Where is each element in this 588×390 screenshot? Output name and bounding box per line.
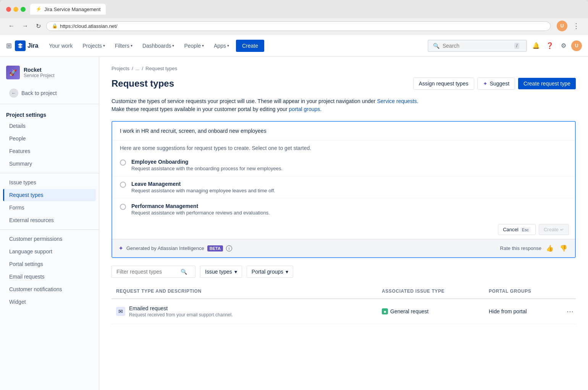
nav-filters[interactable]: Filters ▾ (110, 40, 137, 52)
general-request-icon: ■ (382, 308, 388, 314)
sidebar-item-external-resources[interactable]: External resources (3, 214, 96, 226)
row-actions-cell: ⋯ (561, 304, 576, 319)
suggestion-radio-1[interactable] (120, 182, 126, 188)
maximize-dot[interactable] (21, 7, 26, 12)
request-type-cell: ✉ Emailed request Request received from … (111, 304, 377, 319)
nav-projects[interactable]: Projects ▾ (78, 40, 110, 52)
suggestion-desc-0: Request assistance with the onboarding p… (131, 166, 283, 171)
nav-items: Your work Projects ▾ Filters ▾ Dashboard… (44, 40, 428, 52)
suggest-button[interactable]: ✦ Suggest (477, 77, 515, 90)
breadcrumb-ellipsis: ... (136, 66, 140, 71)
create-request-type-button[interactable]: Create request type (518, 78, 576, 89)
project-info: 🚀 Rocket Service Project (0, 63, 99, 85)
nav-search: 🔍 / 🔔 ❓ ⚙ U (428, 40, 582, 52)
help-button[interactable]: ❓ (544, 40, 556, 52)
user-avatar-browser[interactable]: U (557, 21, 567, 31)
projects-chevron: ▾ (103, 44, 105, 48)
ai-create-button[interactable]: Create ↵ (539, 224, 569, 235)
ai-cancel-button[interactable]: Cancel Esc (498, 224, 536, 235)
sidebar-item-widget[interactable]: Widget (3, 296, 96, 308)
beta-badge: BETA (207, 245, 223, 251)
notifications-button[interactable]: 🔔 (530, 40, 542, 52)
suggestion-item-0[interactable]: Employee Onboarding Request assistance w… (112, 154, 575, 176)
sidebar-item-summary[interactable]: Summary (3, 158, 96, 170)
thumbs-up-button[interactable]: 👍 (544, 243, 555, 253)
sidebar-divider-1 (0, 104, 99, 104)
breadcrumb-sep-2: / (142, 66, 143, 71)
browser-tab[interactable]: ⚡ Jira Service Management (30, 4, 106, 15)
ai-suggestions-label: Here are some suggestions for request ty… (112, 140, 575, 154)
search-input[interactable] (443, 43, 511, 49)
issue-type-badge: ■ General request (382, 308, 480, 314)
table-header: Request type and description Associated … (111, 284, 576, 299)
filter-request-types-input[interactable] (116, 269, 178, 275)
breadcrumb-projects[interactable]: Projects (111, 66, 129, 71)
row-more-button[interactable]: ⋯ (565, 306, 575, 317)
settings-button[interactable]: ⚙ (557, 40, 570, 52)
forward-button[interactable]: → (20, 22, 31, 30)
assign-request-types-button[interactable]: Assign request types (413, 77, 474, 90)
back-button[interactable]: ← (6, 22, 17, 30)
back-to-project-button[interactable]: ← Back to project (3, 85, 96, 101)
jira-logo-text: Jira (27, 42, 38, 49)
service-requests-link[interactable]: Service requests. (377, 98, 418, 104)
jira-logo[interactable]: Jira (15, 40, 38, 51)
search-box[interactable]: 🔍 / (428, 40, 527, 52)
jira-logo-icon (15, 40, 26, 51)
nav-apps[interactable]: Apps ▾ (209, 40, 234, 52)
col-request-type: Request type and description (111, 287, 377, 295)
nav-your-work[interactable]: Your work (44, 40, 77, 52)
refresh-button[interactable]: ↻ (34, 22, 43, 31)
suggestion-radio-0[interactable] (120, 160, 126, 166)
sidebar-item-email-requests[interactable]: Email requests (3, 271, 96, 283)
header-actions: Assign request types ✦ Suggest Create re… (413, 77, 576, 90)
request-type-name[interactable]: Emailed request (129, 305, 233, 311)
grid-icon[interactable]: ⊞ (6, 42, 12, 50)
suggestion-item-1[interactable]: Leave Management Request assistance with… (112, 176, 575, 198)
sidebar-item-customer-notifications[interactable]: Customer notifications (3, 283, 96, 295)
sidebar-item-language-support[interactable]: Language support (3, 245, 96, 258)
people-chevron: ▾ (202, 44, 204, 48)
sparkle-footer-icon: ✦ (118, 245, 123, 252)
filter-row: 🔍 Issue types ▾ Portal groups ▾ (111, 266, 576, 278)
issue-types-chevron: ▾ (234, 269, 237, 275)
suggestion-item-2[interactable]: Performance Management Request assistanc… (112, 198, 575, 220)
ai-info-icon[interactable]: i (226, 245, 232, 251)
sidebar-item-portal-settings[interactable]: Portal settings (3, 258, 96, 270)
sidebar-item-features[interactable]: Features (3, 145, 96, 157)
browser-menu-button[interactable]: ⋮ (570, 21, 582, 31)
filter-input-box[interactable]: 🔍 (111, 266, 195, 278)
issue-types-dropdown[interactable]: Issue types ▾ (200, 266, 242, 278)
table-row: ✉ Emailed request Request received from … (111, 299, 576, 324)
minimize-dot[interactable] (13, 7, 18, 12)
nav-dashboards[interactable]: Dashboards ▾ (138, 40, 179, 52)
sidebar-item-request-types[interactable]: Request types (3, 189, 96, 201)
suggestion-radio-2[interactable] (120, 204, 126, 210)
close-dot[interactable] (6, 7, 11, 12)
ai-input-area: I work in HR and recruit, screen, and on… (112, 122, 575, 140)
ai-footer-left: ✦ Generated by Atlassian Intelligence BE… (118, 245, 232, 252)
user-avatar[interactable]: U (571, 40, 582, 51)
suggestion-content-2: Performance Management Request assistanc… (131, 203, 270, 216)
main-content: Projects / ... / Request types Request t… (99, 56, 588, 390)
thumbs-down-button[interactable]: 👎 (558, 243, 569, 253)
col-actions (561, 287, 576, 295)
nav-people[interactable]: People ▾ (179, 40, 208, 52)
portal-group-cell: Hide from portal (484, 307, 561, 316)
request-type-details: Emailed request Request received from yo… (129, 305, 233, 317)
sidebar-item-people[interactable]: People (3, 132, 96, 145)
browser-titlebar: ⚡ Jira Service Management (0, 0, 588, 18)
create-button[interactable]: Create (236, 40, 264, 52)
sidebar-item-customer-permissions[interactable]: Customer permissions (3, 233, 96, 245)
portal-groups-dropdown[interactable]: Portal groups ▾ (247, 266, 293, 278)
tab-favicon: ⚡ (36, 6, 42, 12)
sidebar-divider-3 (0, 229, 99, 230)
sidebar-item-issue-types[interactable]: Issue types (3, 176, 96, 189)
sidebar-item-details[interactable]: Details (3, 120, 96, 132)
address-bar[interactable]: 🔒 https://cloud.atlassian.net/ (46, 21, 551, 31)
sidebar-item-forms[interactable]: Forms (3, 201, 96, 214)
project-type: Service Project (24, 73, 55, 78)
issue-type-name: General request (390, 308, 428, 314)
filter-search-icon: 🔍 (181, 269, 187, 275)
portal-groups-link[interactable]: portal groups. (289, 106, 322, 112)
